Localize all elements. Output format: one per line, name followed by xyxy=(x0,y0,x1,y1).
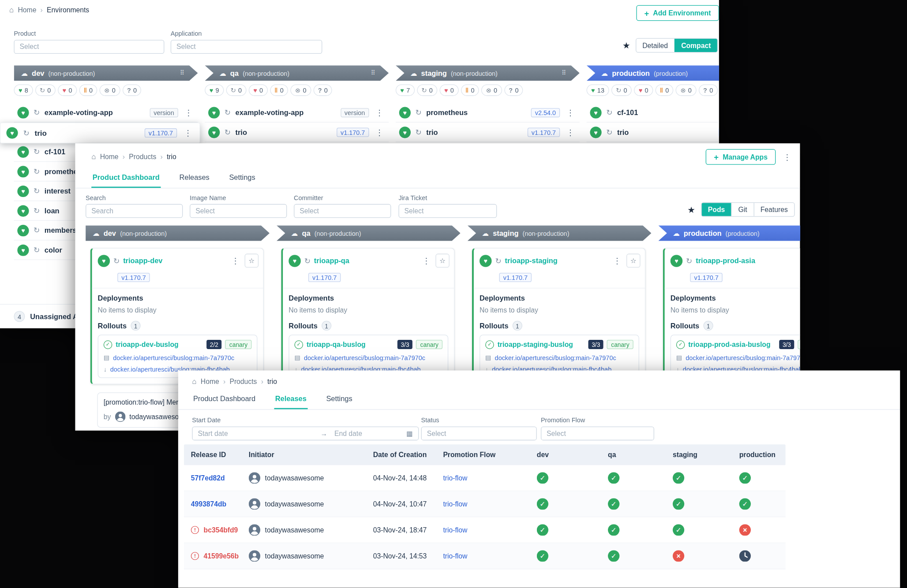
product-select[interactable]: Select xyxy=(14,40,164,53)
release-row[interactable]: ! 41599e56b todaywasawesome 03-Nov-24, 1… xyxy=(184,543,786,569)
tab-releases[interactable]: Releases xyxy=(274,391,307,409)
app-menu-button[interactable]: ⋮ xyxy=(374,127,385,137)
app-row[interactable]: ♥ ↻ example-voting-app version ⋮ xyxy=(14,103,198,123)
app-row[interactable]: ♥ ↻ trio v1.170.7 ⋮ xyxy=(205,123,389,142)
rollout-link[interactable]: trioapp-qa-buslog xyxy=(307,340,366,348)
missing-count-badge[interactable]: ⊗0 xyxy=(291,84,311,96)
release-id-link[interactable]: 4993874db xyxy=(191,500,226,508)
pods-toggle[interactable]: Pods xyxy=(701,203,731,216)
app-name[interactable]: example-voting-app xyxy=(236,108,304,116)
missing-count-badge[interactable]: ⊗0 xyxy=(676,84,696,96)
app-row[interactable]: ♥ ↻ prometheus v2.54.0 ⋮ xyxy=(396,103,580,123)
tab-product-dashboard[interactable]: Product Dashboard xyxy=(192,391,256,409)
suspended-count-badge[interactable]: ‖0 xyxy=(270,84,288,96)
app-name[interactable]: interest xyxy=(45,187,71,195)
tab-settings[interactable]: Settings xyxy=(228,170,256,188)
healthy-count-badge[interactable]: ♥13 xyxy=(587,84,609,96)
breadcrumb-home[interactable]: Home xyxy=(100,153,119,160)
app-name[interactable]: cf-101 xyxy=(617,108,638,116)
release-row[interactable]: 4993874db todaywasawesome 04-Nov-24, 10:… xyxy=(184,491,786,517)
suspended-count-badge[interactable]: ‖0 xyxy=(461,84,479,96)
breadcrumb-home[interactable]: Home xyxy=(201,377,219,385)
app-row[interactable]: ♥ ↻ trio v1.170.7 ⋮ xyxy=(587,123,719,142)
env-header-production[interactable]: ☁ production (production) ⠿ xyxy=(587,65,719,81)
healthy-count-badge[interactable]: ♥7 xyxy=(396,84,415,96)
image-link[interactable]: docker.io/aperturesci/buslog:main-7a7970… xyxy=(686,354,800,361)
breadcrumb-products[interactable]: Products xyxy=(129,153,156,160)
product-menu-button[interactable]: ⋮ xyxy=(781,153,793,162)
app-name[interactable]: prometheus xyxy=(426,108,468,116)
app-row[interactable]: ♥ ↻ cf-101 v1 ⋮ xyxy=(587,103,719,123)
unknown-count-badge[interactable]: ?0 xyxy=(699,84,718,96)
healthy-count-badge[interactable]: ♥9 xyxy=(205,84,224,96)
detailed-toggle[interactable]: Detailed xyxy=(636,39,675,52)
app-link[interactable]: trioapp-prod-asia xyxy=(696,257,755,264)
app-row[interactable]: ♥ ↻ trio v1.170.7 ⋮ xyxy=(396,123,580,142)
date-range-input[interactable]: Start date → End date ▦ xyxy=(192,427,419,440)
status-select[interactable]: Select xyxy=(421,427,537,440)
image-link[interactable]: docker.io/aperturesci/buslog:main-7a7970… xyxy=(495,354,616,361)
healthy-count-badge[interactable]: ♥8 xyxy=(14,84,33,96)
app-name[interactable]: trio xyxy=(426,128,438,136)
release-row[interactable]: 57f7ed82d todaywasawesome 04-Nov-24, 14:… xyxy=(184,465,786,491)
favorites-filter-button[interactable]: ★ xyxy=(687,205,695,215)
app-menu-button[interactable]: ⋮ xyxy=(183,108,194,117)
degraded-count-badge[interactable]: ♥0 xyxy=(634,84,653,96)
suspended-count-badge[interactable]: ‖0 xyxy=(655,84,673,96)
app-name[interactable]: cf-101 xyxy=(45,148,65,156)
search-input[interactable]: Search xyxy=(86,204,183,218)
favorites-filter-button[interactable]: ★ xyxy=(622,40,630,51)
app-row-trio-elevated[interactable]: ♥ ↻ trio v1.170.7 ⋮ xyxy=(0,123,200,143)
env-header-dev[interactable]: ☁ dev (non-production) ⠿ xyxy=(14,65,198,81)
release-id-link[interactable]: bc354bfd9 xyxy=(204,526,238,534)
image-name-select[interactable]: Select xyxy=(190,204,287,218)
card-menu-button[interactable]: ⋮ xyxy=(611,256,623,265)
promotion-flow-link[interactable]: trio-flow xyxy=(443,474,467,482)
app-link[interactable]: trioapp-dev xyxy=(123,257,162,264)
unknown-count-badge[interactable]: ?0 xyxy=(313,84,332,96)
card-menu-button[interactable]: ⋮ xyxy=(420,256,432,265)
release-id-link[interactable]: 41599e56b xyxy=(204,552,239,560)
promotion-flow-link[interactable]: trio-flow xyxy=(443,552,467,560)
app-menu-button[interactable]: ⋮ xyxy=(374,108,385,117)
jira-ticket-select[interactable]: Select xyxy=(398,204,497,218)
app-name[interactable]: trio xyxy=(35,129,47,138)
tab-settings[interactable]: Settings xyxy=(325,391,353,409)
promotion-flow-link[interactable]: trio-flow xyxy=(443,500,467,508)
features-toggle[interactable]: Features xyxy=(753,203,794,216)
app-name[interactable]: color xyxy=(45,246,62,254)
application-select[interactable]: Select xyxy=(171,40,322,53)
calendar-icon[interactable]: ▦ xyxy=(406,429,413,437)
breadcrumb-products[interactable]: Products xyxy=(229,377,257,385)
committer-select[interactable]: Select xyxy=(294,204,391,218)
missing-count-badge[interactable]: ⊗0 xyxy=(481,84,502,96)
app-menu-button[interactable]: ⋮ xyxy=(565,108,576,117)
favorite-button[interactable]: ☆ xyxy=(626,254,640,268)
missing-count-badge[interactable]: ⊗0 xyxy=(100,84,120,96)
progressing-count-badge[interactable]: ↻0 xyxy=(417,84,437,96)
progressing-count-badge[interactable]: ↻0 xyxy=(35,84,56,96)
degraded-count-badge[interactable]: ♥0 xyxy=(249,84,268,96)
rollout-link[interactable]: trioapp-prod-asia-buslog xyxy=(688,340,770,348)
app-link[interactable]: trioapp-staging xyxy=(505,257,558,264)
progressing-count-badge[interactable]: ↻0 xyxy=(226,84,246,96)
app-menu-button[interactable]: ⋮ xyxy=(565,127,576,137)
unknown-count-badge[interactable]: ?0 xyxy=(122,84,141,96)
env-header-qa[interactable]: ☁ qa (non-production) xyxy=(277,225,461,241)
tab-releases[interactable]: Releases xyxy=(178,170,211,188)
env-header-staging[interactable]: ☁ staging (non-production) ⠿ xyxy=(396,65,580,81)
degraded-count-badge[interactable]: ♥0 xyxy=(440,84,459,96)
env-header-qa[interactable]: ☁ qa (non-production) ⠿ xyxy=(205,65,389,81)
release-id-link[interactable]: 57f7ed82d xyxy=(191,474,225,482)
favorite-button[interactable]: ☆ xyxy=(435,254,449,268)
app-name[interactable]: trio xyxy=(236,128,247,136)
degraded-count-badge[interactable]: ♥0 xyxy=(58,84,77,96)
app-link[interactable]: trioapp-qa xyxy=(314,257,349,264)
add-environment-button[interactable]: + Add Environment xyxy=(636,5,719,21)
rollout-link[interactable]: trioapp-dev-buslog xyxy=(116,340,178,348)
drag-handle-icon[interactable]: ⠿ xyxy=(562,69,567,77)
card-menu-button[interactable]: ⋮ xyxy=(230,256,241,265)
tab-product-dashboard[interactable]: Product Dashboard xyxy=(91,170,161,188)
git-toggle[interactable]: Git xyxy=(731,203,753,216)
favorite-button[interactable]: ☆ xyxy=(245,254,259,268)
